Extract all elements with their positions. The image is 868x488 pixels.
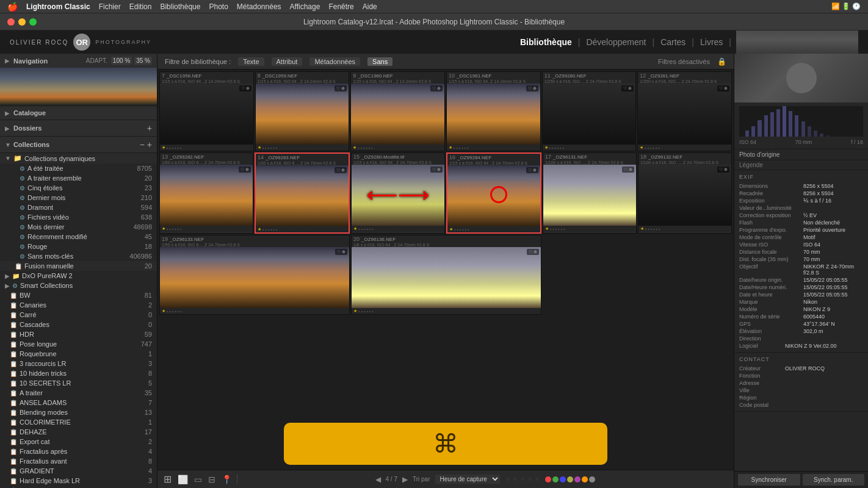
regular-coll-item[interactable]: 📋Canaries2 — [0, 300, 157, 310]
menu-affichage[interactable]: Affichage — [290, 2, 320, 11]
photo-cell[interactable]: 17 _OZ96131.NEF 1/100 s à f/16, ISO ...,… — [543, 152, 637, 234]
photo-cell[interactable]: 8 _DSC1959.NEF 1/15 s à f/16, ISO 64 , Z… — [255, 71, 350, 151]
photo-cell[interactable]: 14 _OZ99283.NEF 1/30 s à f/16, ISO 6...,… — [255, 152, 350, 234]
photo-cell[interactable]: 10 _DSC1961.NEF 1/15 s à f/16, ISO 64, Z… — [446, 71, 541, 151]
dynamic-collections-header[interactable]: ▼ 📁 Collections dynamiques — [0, 153, 157, 163]
filter-texte-btn[interactable]: Texte — [238, 57, 264, 66]
dynamic-coll-item[interactable]: ⚙Fichiers vidéo638 — [0, 212, 157, 222]
catalogue-header[interactable]: ▶ Catalogue — [0, 106, 157, 120]
regular-coll-item[interactable]: 📋Fractalius avant8 — [0, 456, 157, 466]
menu-bibliotheque[interactable]: Bibliothèque — [160, 2, 200, 11]
photo-cell[interactable]: 18 _OZ96132.NEF 1/100 s à f/16, ISO ...,… — [638, 152, 732, 234]
regular-coll-item[interactable]: 📋Cascades0 — [0, 320, 157, 329]
synch-param-btn[interactable]: Synch. param. — [803, 474, 865, 486]
nav-zoom2[interactable]: 35 % — [134, 57, 152, 65]
maximize-button[interactable] — [29, 18, 37, 26]
regular-coll-item[interactable]: 📋DEHAZE17 — [0, 427, 157, 437]
module-livres[interactable]: Livres — [696, 36, 726, 48]
photo-cell[interactable]: 7 _DSC1958.NEF 1/15 s à f/16, ISO 64 , Z… — [159, 71, 254, 151]
menu-photo[interactable]: Photo — [209, 2, 228, 11]
view-survey-btn[interactable]: ⊟ — [207, 473, 217, 486]
regular-coll-item[interactable]: 📋HDR59 — [0, 329, 157, 339]
filter-metadonnees-btn[interactable]: Métadonnées — [309, 57, 360, 66]
module-bibliotheque[interactable]: Bibliothèque — [516, 36, 576, 48]
regular-coll-item[interactable]: 📋Blending modes13 — [0, 407, 157, 417]
minimize-button[interactable] — [18, 18, 26, 26]
synchroniser-btn[interactable]: Synchroniser — [738, 474, 800, 486]
color-label-orange[interactable] — [582, 476, 588, 483]
dynamic-coll-item[interactable]: ⚙Rouge18 — [0, 242, 157, 251]
rating-star-2[interactable]: ★ — [512, 475, 518, 483]
menu-fichier[interactable]: Fichier — [99, 2, 121, 11]
navigation-header[interactable]: ▶ Navigation ADAPT. 100 % 35 % — [0, 54, 157, 68]
color-label-blue[interactable] — [560, 476, 566, 483]
regular-coll-item[interactable]: 📋10 SECRETS LR5 — [0, 378, 157, 388]
regular-coll-item[interactable]: 📋10 hidden tricks8 — [0, 368, 157, 378]
rating-star-3[interactable]: ★ — [519, 475, 526, 483]
filter-attribut-btn[interactable]: Attribut — [272, 57, 303, 66]
regular-coll-item[interactable]: 📋Export cat2 — [0, 437, 157, 447]
photo-cell[interactable]: 11 _OZ99280.NEF 1/250 s à f/16, ISO..., … — [542, 71, 637, 151]
dynamic-coll-item[interactable]: ⚙Cinq étoiles23 — [0, 183, 157, 193]
regular-coll-item[interactable]: 📋GRADIENT4 — [0, 466, 157, 476]
sort-icon-next[interactable]: ▶ — [402, 475, 408, 484]
collections-minus-btn[interactable]: − — [140, 140, 145, 149]
regular-coll-item[interactable]: 📋BW81 — [0, 290, 157, 300]
menu-metadonnees[interactable]: Métadonnées — [237, 2, 281, 11]
smart-collections-item[interactable]: ▶ ⚙ Smart Collections — [0, 281, 157, 290]
rating-star-5[interactable]: ★ — [534, 475, 540, 483]
photo-cell[interactable]: 15 _OZ9280-Modifié.tif 1/15 s à f/16, IS… — [351, 152, 445, 234]
photo-cell[interactable]: 20 _OZ96136.NEF 1/6 s à f/16, ISO 64 , Z… — [351, 235, 541, 315]
color-label-purple[interactable] — [574, 476, 580, 483]
sort-icon-prev[interactable]: ◀ — [375, 475, 381, 484]
regular-coll-item[interactable]: 📋Fractalius après4 — [0, 447, 157, 456]
filter-sans-btn[interactable]: Sans — [367, 57, 392, 66]
color-label-yellow[interactable] — [567, 476, 573, 483]
regular-coll-item[interactable]: 📋Carré0 — [0, 310, 157, 320]
apple-menu[interactable]: 🍎 — [7, 2, 18, 12]
menu-fenetre[interactable]: Fenêtre — [328, 2, 353, 11]
dynamic-coll-item[interactable]: ⚙Dramont594 — [0, 203, 157, 212]
dynamic-coll-item[interactable]: ⚙A traiter ensemble20 — [0, 173, 157, 183]
view-compare-btn[interactable]: ▭ — [193, 473, 203, 486]
color-label-green[interactable] — [552, 476, 559, 483]
close-button[interactable] — [7, 18, 15, 26]
photo-cell[interactable]: 12 _OZ9281.NEF 1/250 s à f/16, ISO..., Z… — [637, 71, 732, 151]
regular-coll-item[interactable]: 📋3 raccourcis LR3 — [0, 359, 157, 368]
color-label-red[interactable] — [545, 476, 551, 483]
sort-select[interactable]: Heure de capture — [435, 475, 500, 484]
view-grid-btn[interactable]: ⊞ — [162, 472, 173, 486]
regular-coll-item[interactable]: 📋COLORIMETRIE1 — [0, 417, 157, 427]
regular-coll-item[interactable]: 📋A traiter35 — [0, 388, 157, 398]
menu-lightroom[interactable]: Lightroom Classic — [26, 2, 90, 11]
collections-plus-btn[interactable]: + — [147, 140, 152, 149]
color-label-gray[interactable] — [589, 476, 595, 483]
regular-coll-item[interactable]: 📋Roquebrune1 — [0, 349, 157, 359]
fusion-manuelle-item[interactable]: 📋 Fusion manuelle 20 — [0, 261, 157, 271]
regular-coll-item[interactable]: 📋HDR 32 bits11 — [0, 486, 157, 488]
dynamic-coll-item[interactable]: ⚙A été traitée8705 — [0, 163, 157, 173]
filter-lock-icon[interactable]: 🔒 — [717, 57, 726, 66]
dossiers-add-icon[interactable]: + — [147, 123, 152, 133]
regular-coll-item[interactable]: 📋Pose longue747 — [0, 339, 157, 349]
photo-cell[interactable]: 13 _OZ99282.NEF 1/60 s à f/16, ISO 6...,… — [159, 152, 253, 234]
dynamic-coll-item[interactable]: ⚙Dernier mois210 — [0, 193, 157, 203]
menu-edition[interactable]: Edition — [129, 2, 152, 11]
dynamic-coll-item[interactable]: ⚙Mois dernier48698 — [0, 222, 157, 232]
dynamic-coll-item[interactable]: ⚙Sans mots-clés406986 — [0, 251, 157, 261]
dynamic-coll-item[interactable]: ⚙Récemment modifié45 — [0, 232, 157, 242]
dxo-item[interactable]: ▶ 📁 DxO PureRAW 2 — [0, 271, 157, 281]
regular-coll-item[interactable]: 📋ANSEL ADAMS7 — [0, 398, 157, 407]
view-map-btn[interactable]: 📍 — [220, 473, 233, 486]
photo-cell[interactable]: 9 _DSC1960.NEF 1/15 s à f/16, ISO 64 , Z… — [350, 71, 445, 151]
module-cartes[interactable]: Cartes — [657, 36, 689, 48]
photo-cell[interactable]: 16 _OZ99284.NEF 1/15 s à f/16, ISO 64 , … — [446, 152, 541, 234]
module-developpement[interactable]: Développement — [582, 36, 649, 48]
rating-star-4[interactable]: ★ — [527, 475, 533, 483]
regular-coll-item[interactable]: 📋Hard Edge Mask LR3 — [0, 476, 157, 486]
menu-aide[interactable]: Aide — [363, 2, 377, 11]
view-loupe-btn[interactable]: ⬜ — [176, 473, 189, 486]
dossiers-header[interactable]: ▶ Dossiers + — [0, 120, 157, 136]
nav-zoom1[interactable]: 100 % — [111, 57, 132, 65]
rating-star-1[interactable]: ★ — [505, 475, 511, 483]
